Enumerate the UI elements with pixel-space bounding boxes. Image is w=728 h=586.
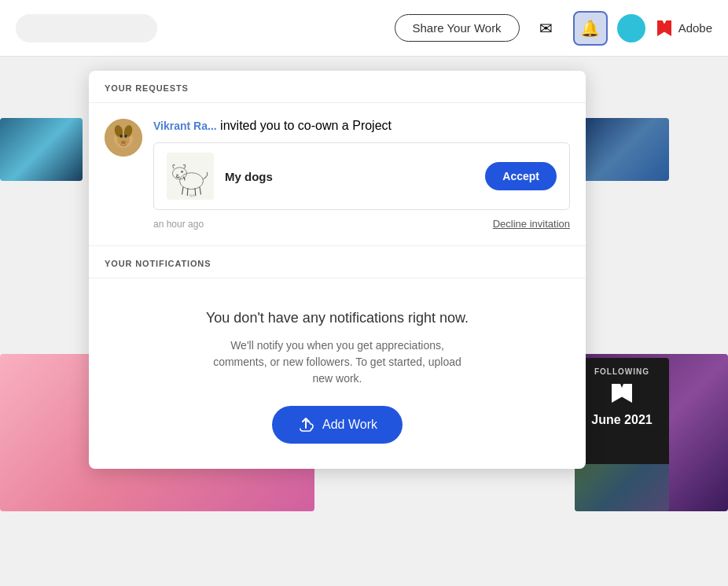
svg-line-12: [195, 188, 196, 196]
svg-point-14: [176, 174, 178, 175]
svg-point-15: [181, 170, 183, 172]
notifications-section-header: YOUR NOTIFICATIONS: [89, 246, 586, 278]
svg-line-10: [182, 186, 184, 194]
requester-username[interactable]: Vikrant Ra...: [153, 120, 217, 132]
adobe-label: Adobe: [678, 21, 712, 35]
notification-panel: YOUR REQUESTS: [89, 71, 586, 469]
empty-notifications-desc: We'll notify you when you get appreciati…: [204, 337, 471, 387]
following-logo: [609, 382, 634, 407]
request-meta: an hour ago Decline invitation: [153, 218, 570, 230]
following-badge: FOLLOWING: [594, 367, 649, 376]
share-your-work-button[interactable]: Share Your Work: [395, 14, 520, 42]
adobe-logo[interactable]: Adobe: [655, 19, 712, 38]
project-dog-sketch: xps: [167, 153, 214, 200]
request-text: Vikrant Ra... invited you to co-own a Pr…: [153, 119, 570, 230]
project-thumbnail: xps: [167, 153, 214, 200]
accept-button[interactable]: Accept: [485, 162, 557, 190]
following-month: June 2021: [591, 412, 652, 427]
upload-icon: [297, 416, 314, 433]
svg-point-5: [119, 135, 123, 138]
request-description: Vikrant Ra... invited you to co-own a Pr…: [153, 119, 570, 133]
project-card: xps My dogs Accept: [153, 142, 570, 210]
requester-avatar[interactable]: [105, 119, 142, 157]
svg-point-6: [124, 135, 127, 138]
following-card: FOLLOWING June 2021: [575, 358, 669, 511]
requests-section: Vikrant Ra... invited you to co-own a Pr…: [89, 103, 586, 245]
requests-section-header: YOUR REQUESTS: [89, 71, 586, 103]
decline-invitation-link[interactable]: Decline invitation: [493, 218, 570, 230]
invite-text: invited you to co-own a Project: [217, 119, 392, 132]
svg-point-7: [121, 141, 126, 144]
notifications-section: You don't have any notifications right n…: [89, 278, 586, 469]
dog-avatar-svg: [105, 119, 142, 157]
add-work-button[interactable]: Add Work: [272, 406, 403, 444]
bg-image-1: [0, 118, 83, 181]
adobe-icon-large: [609, 382, 634, 404]
user-avatar[interactable]: [617, 14, 645, 42]
topbar-left: [16, 14, 385, 42]
svg-text:xps: xps: [189, 193, 195, 197]
adobe-icon: [655, 19, 674, 38]
add-work-label: Add Work: [322, 418, 377, 432]
mail-icon: ✉: [539, 19, 553, 38]
project-name: My dogs: [225, 170, 474, 183]
request-item: Vikrant Ra... invited you to co-own a Pr…: [105, 119, 570, 230]
svg-line-13: [200, 186, 201, 194]
empty-notifications-title: You don't have any notifications right n…: [105, 310, 570, 326]
mail-button[interactable]: ✉: [529, 11, 564, 46]
bell-button[interactable]: 🔔: [573, 11, 608, 46]
topbar: Share Your Work ✉ 🔔 Adobe: [0, 0, 728, 57]
svg-line-11: [187, 188, 188, 196]
bell-icon: 🔔: [580, 19, 600, 38]
following-bg: [575, 464, 669, 511]
bg-image-2: [579, 118, 669, 181]
search-bar[interactable]: [16, 14, 157, 42]
svg-point-8: [180, 172, 204, 189]
time-ago: an hour ago: [153, 219, 204, 230]
